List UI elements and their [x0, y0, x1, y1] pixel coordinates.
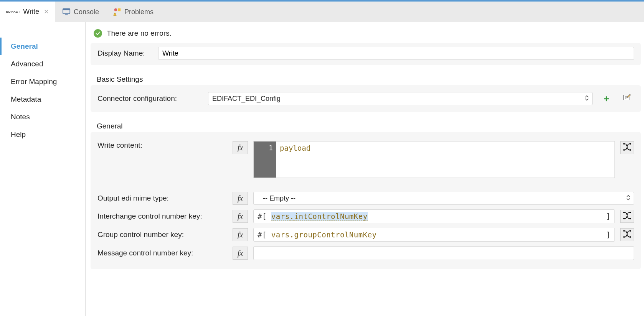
toolbar-problems[interactable]: Problems — [106, 2, 160, 22]
dataweave-graph-button[interactable] — [620, 141, 634, 154]
toolbar-problems-label: Problems — [124, 8, 154, 16]
expr-prefix: #[ — [258, 212, 267, 221]
expr-suffix: ] — [606, 230, 611, 239]
chevron-updown-icon — [626, 195, 630, 202]
general-title: General — [91, 119, 641, 132]
svg-point-12 — [629, 212, 631, 213]
top-bar: EDIFACT Write ✕ Console Problems — [0, 0, 644, 22]
graph-icon — [623, 211, 632, 222]
dataweave-graph-button[interactable] — [620, 210, 634, 223]
dataweave-graph-button[interactable] — [620, 228, 634, 241]
expr-dot: . — [290, 212, 294, 221]
editor-code: payload — [276, 142, 314, 178]
output-mime-select[interactable]: -- Empty -- — [253, 192, 634, 205]
tab-badge: EDIFACT — [6, 10, 20, 13]
toolbar-console-label: Console — [74, 8, 99, 16]
status-bar: There are no errors. — [91, 27, 641, 43]
display-name-label: Display Name: — [97, 49, 151, 58]
tab-write[interactable]: EDIFACT Write ✕ — [0, 2, 55, 22]
graph-icon — [623, 142, 632, 153]
fx-button-interchange[interactable]: fx — [233, 210, 248, 223]
edit-config-button[interactable] — [620, 92, 634, 105]
add-config-button[interactable]: ＋ — [599, 92, 613, 105]
sidebar-item-metadata[interactable]: Metadata — [0, 91, 85, 108]
display-name-panel: Display Name: — [91, 43, 641, 65]
group-key-label: Group control number key: — [97, 230, 227, 239]
message-key-label: Message control number key: — [97, 249, 227, 257]
svg-point-10 — [623, 212, 625, 213]
svg-point-13 — [629, 218, 631, 219]
expr-suffix: ] — [606, 212, 611, 221]
tab-title: Write — [23, 8, 39, 16]
output-mime-value: -- Empty -- — [253, 192, 634, 205]
general-panel: Write content: fx 1 payload Output edi m… — [91, 132, 641, 269]
write-content-editor[interactable]: 1 payload — [253, 141, 615, 178]
expr-dot: . — [290, 230, 294, 239]
expr-vars: vars — [271, 212, 290, 221]
console-icon — [62, 8, 71, 16]
svg-point-9 — [629, 149, 631, 151]
svg-rect-4 — [118, 8, 121, 11]
svg-point-3 — [114, 8, 117, 11]
graph-icon — [623, 229, 632, 240]
basic-settings-panel: Connector configuration: EDIFACT_EDI_Con… — [91, 85, 641, 112]
group-key-input[interactable]: #[ vars.groupControlNumKey ] — [253, 228, 615, 242]
problems-icon — [113, 8, 121, 16]
svg-point-15 — [623, 236, 625, 238]
connector-config-value: EDIFACT_EDI_Config — [208, 92, 593, 105]
status-text: There are no errors. — [107, 29, 172, 38]
svg-rect-2 — [65, 14, 68, 15]
expr-prefix: #[ — [258, 230, 267, 239]
expr-name: intControlNumKey — [294, 212, 368, 221]
sidebar-item-notes[interactable]: Notes — [0, 108, 85, 126]
plus-icon: ＋ — [602, 93, 611, 104]
connector-config-select[interactable]: EDIFACT_EDI_Config — [208, 92, 593, 105]
tab-close-icon[interactable]: ✕ — [44, 8, 49, 15]
display-name-input[interactable] — [158, 47, 634, 60]
sidebar-item-error-mapping[interactable]: Error Mapping — [0, 73, 85, 91]
basic-settings-title: Basic Settings — [91, 72, 641, 85]
fx-button-output-mime[interactable]: fx — [233, 192, 248, 205]
expr-name: groupControlNumKey — [294, 230, 377, 239]
write-content-label: Write content: — [97, 141, 227, 150]
fx-button-write-content[interactable]: fx — [233, 141, 248, 154]
output-mime-label: Output edi mime type: — [97, 194, 227, 202]
sidebar-item-help[interactable]: Help — [0, 126, 85, 143]
svg-point-17 — [629, 236, 631, 238]
fx-button-group[interactable]: fx — [233, 228, 248, 241]
fx-button-message[interactable]: fx — [233, 247, 248, 260]
connector-config-label: Connector configuration: — [97, 94, 201, 103]
chevron-updown-icon — [585, 95, 589, 102]
sidebar: General Advanced Error Mapping Metadata … — [0, 22, 86, 316]
expr-vars: vars — [271, 230, 290, 239]
toolbar-console[interactable]: Console — [55, 2, 106, 22]
editor-gutter: 1 — [254, 142, 276, 178]
svg-point-8 — [629, 143, 631, 145]
svg-point-6 — [623, 143, 625, 145]
status-ok-icon — [94, 29, 102, 38]
sidebar-item-general[interactable]: General — [0, 38, 85, 55]
main-panel: There are no errors. Display Name: Basic… — [86, 22, 644, 316]
edit-icon — [623, 94, 631, 104]
sidebar-item-advanced[interactable]: Advanced — [0, 55, 85, 73]
message-key-input[interactable] — [253, 246, 634, 260]
svg-point-14 — [623, 230, 625, 232]
svg-rect-1 — [63, 9, 70, 10]
svg-point-7 — [623, 149, 625, 151]
interchange-key-label: Interchange control number key: — [97, 212, 227, 221]
svg-point-16 — [629, 230, 631, 232]
svg-point-11 — [623, 218, 625, 219]
interchange-key-input[interactable]: #[ vars.intControlNumKey ] — [253, 209, 615, 223]
